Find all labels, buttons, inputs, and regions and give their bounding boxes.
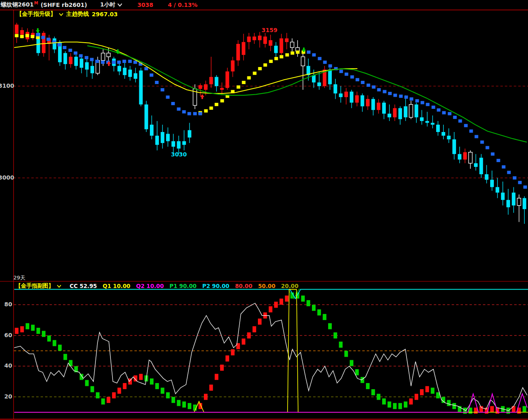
- chart-canvas[interactable]: [0, 0, 528, 420]
- last-price: 3038: [137, 2, 153, 8]
- exchange-code: (SHFE rb2601): [41, 2, 87, 8]
- indicator-field: 20.00: [281, 283, 299, 289]
- indicator-field: 50.00: [258, 283, 275, 289]
- sub-indicator-name[interactable]: 【金手指副图】: [15, 282, 54, 290]
- indicator-field: Q2 10.00: [136, 283, 164, 289]
- chevron-down-icon[interactable]: [58, 13, 64, 16]
- osc-axis-label: 60: [2, 332, 12, 338]
- price-axis-label: 3100: [0, 82, 14, 89]
- osc-axis-label: 20: [2, 393, 12, 400]
- swing-high-label: 3159: [262, 27, 277, 33]
- chevron-down-icon[interactable]: [117, 3, 123, 7]
- main-indicator-name[interactable]: 【金手指升级】: [16, 11, 56, 18]
- osc-axis-label: 40: [2, 362, 12, 369]
- main-indicator-row: 【金手指升级】 主趋势线 2967.03: [16, 11, 118, 18]
- contract-flag: M: [34, 1, 38, 5]
- sub-indicator-row: 【金手指副图】 CC 52.95 Q1 10.00 Q2 10.00 P1 90…: [15, 282, 299, 290]
- indicator-field: P2 90.00: [202, 283, 229, 289]
- trading-app-window: 螺纹钢2601M (SHFE rb2601) 1小时 3038 4 / 0.13…: [0, 0, 528, 420]
- osc-axis-label: 80: [2, 301, 12, 307]
- indicator-field: P1 90.00: [169, 283, 197, 289]
- indicator-field: 80.00: [235, 283, 253, 289]
- swing-low-label: 3030: [171, 151, 187, 158]
- symbol-name[interactable]: 螺纹钢2601: [1, 1, 34, 9]
- indicator-field: Q1 10.00: [103, 283, 130, 289]
- indicator-field: CC 52.95: [70, 283, 97, 289]
- price-axis-label: 3000: [0, 174, 14, 181]
- trend-line-label: 主趋势线: [66, 11, 89, 18]
- trend-line-value: 2967.03: [92, 11, 118, 17]
- chevron-down-icon[interactable]: [56, 284, 62, 288]
- price-change: 4 / 0.13%: [168, 2, 197, 8]
- title-bar: 螺纹钢2601M (SHFE rb2601) 1小时 3038 4 / 0.13…: [1, 1, 197, 9]
- period-count-label: 29天: [13, 274, 26, 281]
- timeframe-selector[interactable]: 1小时: [100, 1, 115, 9]
- chart-frame: [0, 0, 528, 420]
